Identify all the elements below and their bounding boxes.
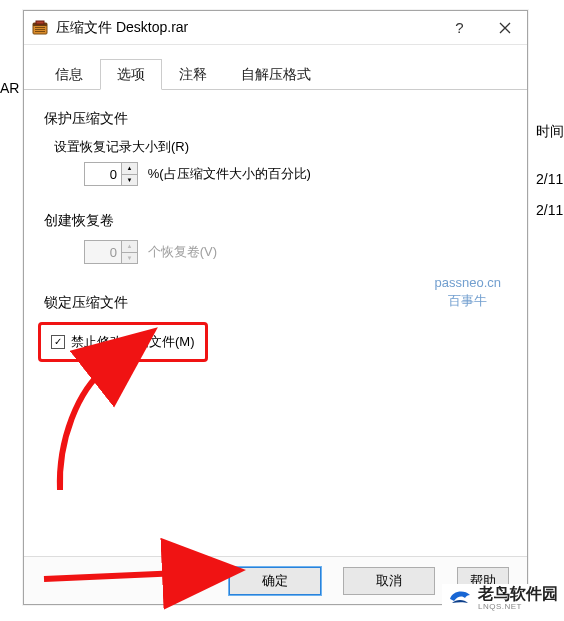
bg-right-header: 时间 [536, 120, 564, 142]
volumes-suffix: 个恢复卷(V) [148, 244, 217, 259]
titlebar: 压缩文件 Desktop.rar ? [24, 11, 527, 45]
svg-rect-5 [35, 31, 45, 32]
corner-logo-text: 老鸟软件园 [478, 586, 558, 602]
window-title: 压缩文件 Desktop.rar [56, 19, 437, 37]
bg-right-row: 2/11 [536, 168, 564, 190]
section-volumes-title: 创建恢复卷 [44, 212, 507, 230]
tab-comment[interactable]: 注释 [162, 59, 224, 90]
recovery-input[interactable] [85, 163, 121, 185]
spin-up-icon: ▲ [122, 241, 137, 253]
recovery-spinbox[interactable]: ▲ ▼ [84, 162, 138, 186]
section-protect-title: 保护压缩文件 [44, 110, 507, 128]
close-button[interactable] [482, 13, 527, 43]
lock-checkbox[interactable]: ✓ [51, 335, 65, 349]
tab-sfx[interactable]: 自解压格式 [224, 59, 328, 90]
volumes-spinbox: ▲ ▼ [84, 240, 138, 264]
app-icon [32, 20, 48, 36]
cancel-button[interactable]: 取消 [343, 567, 435, 595]
tab-info[interactable]: 信息 [38, 59, 100, 90]
bg-right-row: 2/11 [536, 199, 564, 221]
tab-options[interactable]: 选项 [100, 59, 162, 90]
ok-button[interactable]: 确定 [229, 567, 321, 595]
svg-rect-2 [36, 21, 44, 24]
volumes-input [85, 241, 121, 263]
lock-checkbox-label: 禁止修改压缩文件(M) [71, 333, 195, 351]
watermark-line2: 百事牛 [435, 292, 502, 310]
watermark: passneo.cn 百事牛 [435, 274, 502, 310]
svg-rect-3 [35, 27, 45, 28]
spin-up-icon[interactable]: ▲ [122, 163, 137, 175]
spin-down-icon[interactable]: ▼ [122, 175, 137, 186]
recovery-label: 设置恢复记录大小到(R) [54, 138, 507, 156]
dialog-archive-properties: 压缩文件 Desktop.rar ? 信息 选项 注释 自解压格式 保护压缩文件… [23, 10, 528, 605]
help-button[interactable]: ? [437, 13, 482, 43]
spin-down-icon: ▼ [122, 253, 137, 264]
tab-content: 保护压缩文件 设置恢复记录大小到(R) ▲ ▼ %(占压缩文件大小的百分比) 创… [24, 90, 527, 570]
tab-row: 信息 选项 注释 自解压格式 [24, 45, 527, 90]
watermark-line1: passneo.cn [435, 274, 502, 292]
recovery-suffix: %(占压缩文件大小的百分比) [148, 166, 311, 181]
corner-logo: 老鸟软件园 LNQS.NET [442, 584, 562, 613]
bg-right-column: 时间 2/11 2/11 [536, 120, 564, 229]
svg-rect-4 [35, 29, 45, 30]
bird-icon [446, 587, 474, 611]
corner-logo-sub: LNQS.NET [478, 602, 558, 611]
highlight-box: ✓ 禁止修改压缩文件(M) [38, 322, 208, 362]
